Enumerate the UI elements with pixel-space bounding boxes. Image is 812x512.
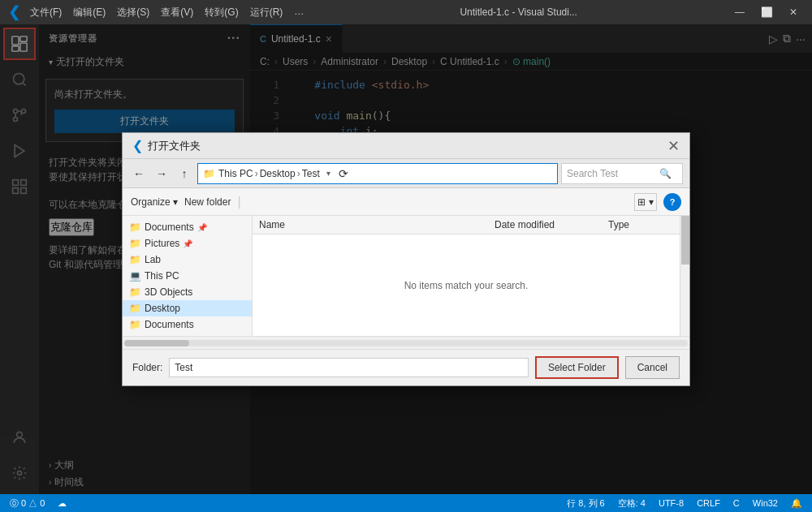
title-bar-left: ❮ 文件(F) 编辑(E) 选择(S) 查看(V) 转到(G) 运行(R) …: [8, 3, 309, 21]
status-notifications[interactable]: 🔔: [788, 498, 806, 509]
window-close[interactable]: ✕: [783, 5, 804, 19]
new-folder-button[interactable]: New folder: [184, 196, 231, 208]
status-language[interactable]: C: [730, 498, 743, 508]
menu-goto[interactable]: 转到(G): [200, 4, 243, 21]
tree-label-6: Desktop: [145, 303, 180, 314]
status-sync[interactable]: ☁: [54, 498, 70, 509]
tree-folder-icon-1: 📁: [129, 222, 141, 233]
pin-icon-1: 📌: [197, 223, 207, 232]
select-folder-button[interactable]: Select Folder: [535, 356, 619, 379]
title-bar-controls: — ⬜ ✕: [728, 5, 804, 19]
tree-label-3: Lab: [145, 254, 161, 265]
tree-folder-icon-7: 📁: [129, 319, 141, 330]
tree-folder-icon-3: 📁: [129, 254, 141, 265]
nav-up-button[interactable]: ↑: [175, 164, 194, 183]
address-breadcrumb: This PC › Desktop › Test: [218, 168, 320, 179]
dialog-title-text: 打开文件夹: [148, 139, 201, 153]
dialog-hscrollbar[interactable]: [123, 336, 689, 349]
nav-back-button[interactable]: ←: [129, 164, 149, 183]
cancel-button[interactable]: Cancel: [625, 356, 680, 379]
tree-item-documents[interactable]: 📁 Documents 📌: [123, 219, 252, 235]
col-date-header[interactable]: Date modified: [495, 219, 608, 230]
tree-pc-icon: 💻: [129, 270, 141, 282]
dialog-main: Name Date modified Type No items match y…: [253, 216, 680, 336]
tree-item-lab[interactable]: 📁 Lab: [123, 252, 252, 268]
dialog-nav: ← → ↑ 📁 This PC › Desktop › Test ▾ ⟳ 🔍: [123, 159, 689, 188]
status-left: ⓪ 0 △ 0 ☁: [6, 497, 70, 510]
status-position[interactable]: 行 8, 列 6: [564, 497, 607, 510]
menu-edit[interactable]: 编辑(E): [68, 4, 110, 21]
dialog-content: 📁 Documents 📌 📁 Pictures 📌 📁 Lab 💻 This …: [123, 216, 689, 336]
menu-file[interactable]: 文件(F): [25, 4, 67, 21]
tree-label-4: This PC: [145, 270, 179, 282]
address-folder-icon: 📁: [203, 168, 215, 179]
dialog-close-button[interactable]: ✕: [667, 137, 680, 155]
addr-sep1: ›: [255, 168, 258, 179]
tree-folder-icon-6: 📁: [129, 303, 141, 314]
dialog-toolbar: Organize ▾ New folder | ⊞ ▾ ?: [123, 188, 689, 216]
help-button[interactable]: ?: [663, 193, 681, 211]
menu-run[interactable]: 运行(R): [245, 4, 288, 21]
hscroll-track[interactable]: [124, 340, 688, 346]
empty-message: No items match your search.: [404, 280, 529, 291]
menu-more[interactable]: …: [289, 4, 309, 21]
status-platform[interactable]: Win32: [749, 498, 781, 508]
toolbar-separator: |: [237, 195, 240, 209]
search-icon: 🔍: [659, 168, 672, 179]
dialog-scrollbar[interactable]: [680, 216, 689, 336]
tree-item-desktop[interactable]: 📁 Desktop: [123, 300, 252, 316]
menu-view[interactable]: 查看(V): [156, 4, 198, 21]
tree-item-3dobjects[interactable]: 📁 3D Objects: [123, 284, 252, 300]
tree-folder-icon-2: 📁: [129, 238, 141, 249]
window-minimize[interactable]: —: [728, 5, 751, 19]
organize-button[interactable]: Organize ▾: [131, 196, 178, 208]
address-bar[interactable]: 📁 This PC › Desktop › Test ▾ ⟳: [197, 163, 558, 184]
status-eol[interactable]: CRLF: [693, 498, 723, 508]
tree-label-2: Pictures: [145, 238, 179, 249]
vscode-icon: ❮: [8, 3, 20, 21]
status-errors[interactable]: ⓪ 0 △ 0: [6, 497, 48, 510]
dialog-overlay: ❮ 打开文件夹 ✕ ← → ↑ 📁 This PC › Desktop › Te…: [0, 24, 812, 494]
tree-folder-icon-5: 📁: [129, 286, 141, 298]
folder-label: Folder:: [132, 362, 162, 373]
dialog-sidebar: 📁 Documents 📌 📁 Pictures 📌 📁 Lab 💻 This …: [123, 216, 253, 336]
status-bar: ⓪ 0 △ 0 ☁ 行 8, 列 6 空格: 4 UTF-8 CRLF C Wi…: [0, 494, 812, 512]
dialog-titlebar: ❮ 打开文件夹 ✕: [123, 133, 689, 159]
nav-forward-button[interactable]: →: [152, 164, 171, 183]
file-list-body: No items match your search.: [253, 234, 680, 336]
addr-sep2: ›: [297, 168, 300, 179]
view-toggle-button[interactable]: ⊞ ▾: [634, 193, 657, 211]
col-type-header[interactable]: Type: [608, 219, 673, 230]
dialog-title: ❮ 打开文件夹: [132, 138, 201, 153]
search-input[interactable]: [567, 168, 656, 179]
status-encoding[interactable]: UTF-8: [655, 498, 687, 508]
dialog-footer: Folder: Select Folder Cancel: [123, 349, 689, 385]
addr-desktop[interactable]: Desktop: [260, 168, 296, 179]
tree-label-7: Documents: [145, 319, 194, 330]
pin-icon-2: 📌: [183, 239, 192, 248]
tree-label-5: 3D Objects: [145, 286, 192, 298]
tree-item-thispc[interactable]: 💻 This PC: [123, 268, 252, 284]
tree-item-pictures[interactable]: 📁 Pictures 📌: [123, 235, 252, 252]
window-restore[interactable]: ⬜: [754, 5, 780, 19]
title-bar-title: Untitled-1.c - Visual Studi...: [309, 6, 728, 18]
title-bar: ❮ 文件(F) 编辑(E) 选择(S) 查看(V) 转到(G) 运行(R) … …: [0, 0, 812, 24]
folder-input[interactable]: [169, 358, 529, 377]
scrollbar-thumb[interactable]: [681, 216, 689, 265]
status-indent[interactable]: 空格: 4: [615, 497, 649, 510]
status-right: 行 8, 列 6 空格: 4 UTF-8 CRLF C Win32 🔔: [564, 497, 806, 510]
addr-thispc[interactable]: This PC: [218, 168, 253, 179]
file-list-header: Name Date modified Type: [253, 216, 680, 234]
menu-select[interactable]: 选择(S): [112, 4, 154, 21]
search-box[interactable]: 🔍: [561, 163, 683, 184]
hscroll-thumb[interactable]: [124, 340, 189, 346]
col-name-header[interactable]: Name: [259, 219, 495, 230]
address-dropdown[interactable]: ▾: [326, 169, 330, 178]
addr-test[interactable]: Test: [302, 168, 320, 179]
tree-label-1: Documents: [145, 222, 194, 233]
open-folder-dialog: ❮ 打开文件夹 ✕ ← → ↑ 📁 This PC › Desktop › Te…: [122, 132, 690, 386]
tree-item-documents2[interactable]: 📁 Documents: [123, 316, 252, 333]
title-bar-menu: 文件(F) 编辑(E) 选择(S) 查看(V) 转到(G) 运行(R) …: [25, 4, 309, 21]
dialog-vscode-icon: ❮: [132, 138, 143, 153]
address-refresh-button[interactable]: ⟳: [334, 164, 353, 183]
